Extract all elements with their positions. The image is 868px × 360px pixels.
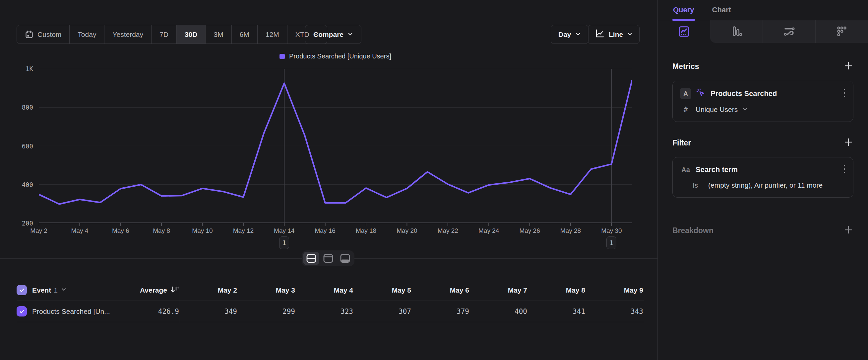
annotation-markers: 11 [0, 237, 657, 250]
x-axis-label: May 30 [601, 227, 622, 234]
chevron-down-icon [627, 31, 632, 38]
event-cursor-icon [695, 88, 706, 100]
chevron-down-icon[interactable] [61, 286, 67, 294]
kebab-menu-icon[interactable] [843, 88, 846, 99]
select-all-checkbox[interactable] [17, 285, 27, 295]
range-12m[interactable]: 12M [257, 25, 287, 44]
x-axis-label: May 8 [153, 227, 170, 234]
date-column-header: May 5 [353, 286, 411, 294]
kebab-menu-icon[interactable] [843, 164, 846, 175]
report-tab-insights[interactable] [658, 20, 710, 43]
range-6m[interactable]: 6M [231, 25, 257, 44]
chart-view-icon [323, 254, 334, 263]
y-axis-label: 600 [6, 142, 33, 150]
report-tab-flows[interactable] [763, 20, 815, 43]
tab-query[interactable]: Query [673, 0, 694, 20]
metrics-heading: Metrics [672, 62, 699, 71]
add-filter-button[interactable] [843, 137, 854, 148]
sort-descending-icon[interactable] [170, 286, 179, 295]
date-column-header: May 6 [411, 286, 469, 294]
series-label[interactable]: Products Searched [Un... [32, 307, 110, 315]
table-header-row: Event 1 Average May 2May 3May 4May 5May … [17, 280, 644, 301]
average-value: 426.9 [158, 307, 179, 315]
x-axis-label: May 14 [274, 227, 294, 234]
compare-button[interactable]: Compare [305, 25, 362, 44]
x-axis-label: May 28 [560, 227, 581, 234]
check-icon [19, 287, 25, 294]
annotation-badge[interactable]: 1 [607, 237, 616, 249]
table-value-cell: 400 [469, 307, 527, 315]
x-axis-label: May 18 [356, 227, 376, 234]
x-axis-label: May 2 [30, 227, 48, 234]
aggregation-symbol: # [680, 106, 691, 114]
table-value-cell: 299 [237, 307, 295, 315]
report-canvas: Custom Today Yesterday 7D 30D 3M 6M 12M … [0, 0, 657, 360]
table-value-cell: 307 [353, 307, 411, 315]
chart-legend[interactable]: Products Searched [Unique Users] [39, 53, 632, 60]
chart-type-button[interactable]: Line [588, 25, 640, 44]
event-column-header: Event [32, 286, 51, 294]
y-axis-label: 1K [6, 65, 33, 73]
date-column-header: May 3 [237, 286, 295, 294]
insights-icon [678, 25, 690, 38]
date-column-header: May 7 [469, 286, 527, 294]
range-today[interactable]: Today [69, 25, 104, 44]
x-axis-label: May 26 [519, 227, 540, 234]
aggregation-selector[interactable]: Unique Users [695, 106, 738, 114]
x-axis-label: May 22 [438, 227, 458, 234]
table-view-button[interactable] [337, 252, 353, 265]
annotation-badge[interactable]: 1 [279, 237, 289, 249]
table-value-cell: 379 [411, 307, 469, 315]
range-custom[interactable]: Custom [17, 25, 69, 44]
range-yesterday[interactable]: Yesterday [104, 25, 151, 44]
layout-toggle [302, 250, 354, 266]
plus-icon [843, 61, 854, 71]
add-breakdown-button[interactable] [843, 225, 854, 236]
chevron-down-icon [575, 31, 581, 38]
date-column-header: May 2 [179, 286, 237, 294]
legend-label: Products Searched [Unique Users] [289, 53, 391, 60]
breakdown-heading: Breakdown [672, 226, 713, 235]
range-30d[interactable]: 30D [176, 25, 206, 44]
metric-card[interactable]: A Products Searched # Unique Users [672, 81, 854, 122]
filter-property[interactable]: Search term [695, 165, 738, 174]
report-type-tabs [658, 20, 868, 43]
range-3m[interactable]: 3M [205, 25, 231, 44]
report-tab-funnels[interactable] [710, 20, 763, 43]
breakdown-table: Event 1 Average May 2May 3May 4May 5May … [17, 280, 644, 322]
x-axis-label: May 6 [112, 227, 129, 234]
query-builder: Metrics A Products Searched # [658, 61, 868, 236]
event-count: 1 [54, 286, 58, 294]
x-axis-label: May 16 [315, 227, 335, 234]
check-icon [19, 308, 25, 315]
filter-operator[interactable]: Is [691, 181, 704, 189]
date-range-selector: Custom Today Yesterday 7D 30D 3M 6M 12M … [17, 25, 327, 44]
average-column-header: Average [140, 286, 167, 294]
metric-name[interactable]: Products Searched [711, 89, 777, 98]
series-letter-badge: A [680, 88, 691, 99]
table-value-cell: 323 [295, 307, 353, 315]
y-axis-label: 400 [6, 181, 33, 188]
chevron-down-icon[interactable] [742, 106, 748, 113]
line-chart[interactable] [39, 69, 632, 227]
string-property-icon: Aa [680, 166, 691, 174]
retention-icon [836, 25, 848, 38]
tab-chart[interactable]: Chart [712, 0, 731, 20]
add-metric-button[interactable] [843, 61, 854, 72]
date-column-header: May 4 [295, 286, 353, 294]
table-row: Products Searched [Un... 426.9 349299323… [17, 301, 644, 322]
x-axis-label: May 4 [71, 227, 89, 234]
granularity-button[interactable]: Day [551, 25, 589, 44]
series-checkbox[interactable] [17, 306, 27, 316]
filter-card[interactable]: Aa Search term Is (empty string), Air pu… [672, 157, 854, 198]
filter-value[interactable]: (empty string), Air purifier, or 11 more [708, 181, 823, 189]
report-tab-retention[interactable] [815, 20, 868, 43]
filter-heading: Filter [672, 138, 691, 147]
date-column-header: May 8 [527, 286, 585, 294]
split-view-button[interactable] [303, 252, 319, 265]
table-value-cell: 343 [585, 307, 643, 315]
chart-view-button[interactable] [320, 252, 336, 265]
calendar-icon [25, 30, 33, 39]
range-7d[interactable]: 7D [151, 25, 176, 44]
table-value-cell: 341 [527, 307, 585, 315]
